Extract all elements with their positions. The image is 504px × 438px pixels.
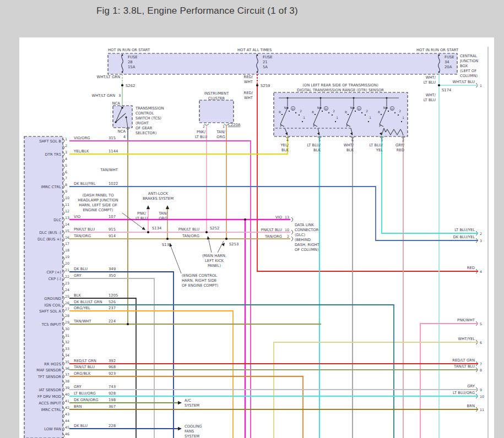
central-junction-box-label: COLUMN) bbox=[460, 74, 478, 78]
circuit-number-label: 1205 bbox=[109, 293, 118, 298]
edge-pin-number: 10 bbox=[480, 395, 484, 398]
diagram-label: A/C bbox=[185, 398, 191, 403]
connector-pin-number: 46 bbox=[65, 432, 69, 436]
edge-pin-number: 5 bbox=[480, 322, 482, 326]
connector-pin-number: 19 bbox=[65, 255, 69, 259]
circuit-number-label: 526 bbox=[109, 300, 116, 304]
circuit-number-label: 367 bbox=[109, 404, 116, 409]
dtr-wire-label: YEL/ bbox=[280, 143, 289, 147]
connector-pin-number: 21 bbox=[65, 268, 69, 272]
wire-color-label: PNK/LT BLU bbox=[74, 227, 95, 232]
diagram-label: TAN/ bbox=[158, 211, 167, 216]
junction-dot bbox=[122, 72, 123, 73]
transmission-control-switch-box bbox=[113, 106, 132, 128]
splice-label-s262: S262 bbox=[126, 84, 135, 88]
junction-dot bbox=[361, 112, 362, 113]
dtr-position-r: R bbox=[312, 111, 314, 114]
diagram-label: RED/ bbox=[243, 75, 253, 79]
connector-pin-label: GROUND bbox=[44, 297, 61, 301]
dtr-wire-label: BLK bbox=[313, 148, 321, 152]
wire-color-label: DK BLU bbox=[74, 267, 88, 271]
fuse-label: 34 bbox=[445, 60, 449, 64]
dtr-pin-number: 2 bbox=[402, 138, 404, 142]
diagram-label: WHT/ bbox=[426, 93, 436, 97]
connector-pin-number: 42 bbox=[65, 406, 69, 409]
pcm-connector-block bbox=[24, 136, 63, 438]
splice-label-s174: S174 bbox=[442, 88, 451, 92]
wire-color-label: ORG/BLK bbox=[74, 371, 91, 376]
edge-pin-number: 6 bbox=[480, 341, 482, 344]
diagram-label: FANS bbox=[185, 429, 194, 434]
diagram-label: ANTI-LOCK bbox=[148, 191, 169, 196]
junction-dot bbox=[147, 231, 149, 233]
wire-color-label: TAN/LT BLU bbox=[73, 365, 95, 369]
connector-pin-number: 40 bbox=[65, 392, 69, 396]
junction-dot bbox=[257, 54, 258, 56]
dtr-wire-label: YEL bbox=[376, 148, 383, 152]
circuit-number-label: 350 bbox=[109, 273, 116, 278]
connector-pin-label: DLC (BUS -) bbox=[39, 231, 61, 235]
diagram-label: (ENGINE CONTROL bbox=[182, 273, 217, 278]
dtr-position-p: P bbox=[346, 124, 348, 128]
circuit-number-label: 1022 bbox=[109, 182, 118, 186]
connector-pin-label: IAT SENSOR bbox=[39, 388, 61, 392]
diagram-label: LT BLU bbox=[424, 98, 436, 102]
pin-bracket bbox=[204, 124, 209, 125]
dtr-position-2: 2 bbox=[333, 110, 335, 113]
dtr-position-r: R bbox=[378, 111, 380, 114]
dlc-wire-label: PNK/LT BLU bbox=[261, 228, 282, 232]
dlc-label: DATA LINK bbox=[295, 223, 315, 227]
arrowhead bbox=[221, 243, 225, 246]
connector-pin-label: TCS INPUT bbox=[41, 322, 62, 327]
junction-dot bbox=[121, 107, 123, 108]
edge-wire-label: TAN/LT BLU bbox=[453, 364, 475, 369]
junction-dot bbox=[121, 84, 123, 86]
connector-pin-label: CKP (+) bbox=[47, 270, 62, 275]
junction-dot bbox=[365, 114, 366, 116]
edge-wire-label: RED/LT GRN bbox=[452, 358, 475, 363]
edge-wire-label: GRY bbox=[467, 384, 475, 388]
junction-dot bbox=[205, 231, 208, 233]
connector-pin-number: 28 bbox=[65, 314, 69, 317]
connector-pin-number: 18 bbox=[65, 248, 69, 252]
dtr-position-n: N bbox=[317, 106, 319, 110]
diagram-label: COOLING bbox=[185, 424, 202, 429]
connector-pin-number: 2 bbox=[65, 144, 67, 147]
dtr-position-n: N bbox=[284, 106, 286, 110]
edge-wire-label: WHT/YEL bbox=[458, 337, 475, 341]
junction-dot bbox=[401, 121, 402, 122]
dlc-label: (BEHIND bbox=[295, 238, 311, 242]
power-feed-label: HOT IN RUN OR START bbox=[416, 48, 459, 52]
fuse-label: 21 bbox=[263, 60, 268, 64]
arrowhead bbox=[178, 427, 182, 430]
junction-dot bbox=[438, 54, 440, 56]
dtr-position-p: P bbox=[313, 124, 315, 128]
connector-pin-number: 10 bbox=[65, 196, 69, 200]
edge-wire-label: PNK/WHT bbox=[457, 318, 475, 322]
diagram-label: BRAKES SYSTEM bbox=[143, 196, 174, 201]
splice-label-s259: S259 bbox=[261, 84, 270, 88]
dtr-position-d: D bbox=[358, 107, 360, 111]
junction-dot bbox=[335, 121, 336, 122]
diagram-label: PNK/LT BLU bbox=[178, 227, 199, 232]
wire-color-label: YEL/BLK bbox=[73, 149, 89, 154]
circuit-number-label: 1144 bbox=[109, 149, 118, 154]
instrument-cluster-label: CLUSTER bbox=[208, 96, 225, 101]
connector-pin-number: 38 bbox=[65, 379, 69, 383]
diagram-label: WHT/LT GRN bbox=[96, 75, 120, 79]
edge-pin-number: 1 bbox=[480, 84, 482, 87]
junction-dot bbox=[225, 238, 227, 240]
central-junction-box-label: JUNCTION bbox=[459, 59, 478, 63]
connector-pin-number: 8 bbox=[65, 183, 67, 187]
diagram-label: 3 bbox=[118, 94, 121, 98]
circuit-number-label: 349 bbox=[109, 267, 116, 271]
connector-pin-label: TFT SENSOR bbox=[37, 375, 62, 379]
junction-dot bbox=[281, 114, 283, 115]
dtr-position-1: 1 bbox=[402, 116, 404, 119]
tcs-label: SELECTOR) bbox=[136, 131, 157, 135]
wire-vio-org-315 bbox=[69, 141, 251, 438]
fuse-label: FUSE bbox=[128, 55, 138, 59]
edge-pin-number: 4 bbox=[480, 270, 482, 273]
connector-pin-number: 3 bbox=[65, 150, 67, 154]
junction-dot bbox=[398, 114, 399, 116]
